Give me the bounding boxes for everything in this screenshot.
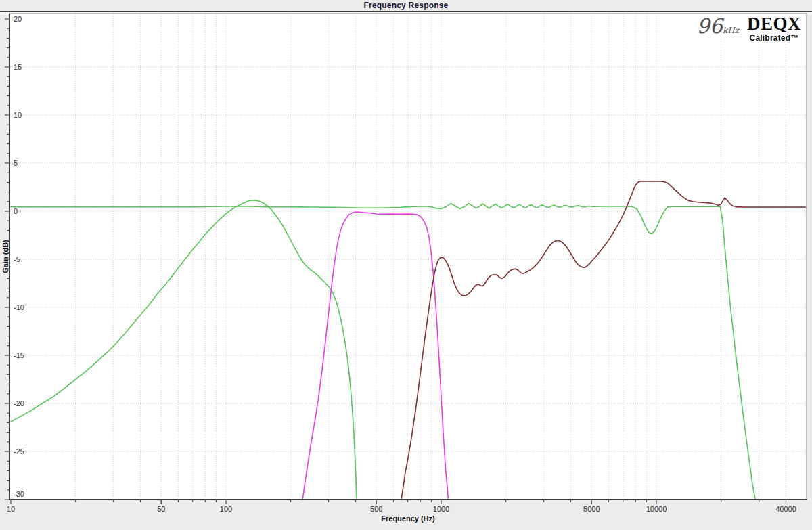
sample-rate-badge: 96kHz [682,15,739,41]
y-tick-label: 10 [14,111,22,119]
x-axis-title: Frequency (Hz) [0,514,812,523]
y-tick-label: -10 [14,303,24,311]
y-tick-label: 0 [14,207,18,215]
frequency-response-window: Frequency Response 20151050-5-10-15-20-2… [0,0,812,530]
y-tick-label: -25 [14,447,24,456]
deqx-calibrated-label: Calibrated™ [743,34,805,42]
y-tick-label: -30 [14,490,24,498]
y-tick-label: 15 [14,63,22,71]
x-tick-label: 10000 [646,505,667,513]
chart-canvas [0,0,812,530]
y-tick-label: 5 [14,159,18,167]
sample-rate-unit: kHz [723,26,739,35]
x-tick-label: 40000 [775,505,796,513]
curve-green-system-flat [11,204,755,500]
curve-magenta-mid-bandpass [302,212,448,500]
x-tick-label: 5000 [583,505,600,513]
x-tick-label: 100 [220,505,232,513]
y-tick-label: -15 [14,351,24,359]
sample-rate-value: 96 [697,14,723,38]
y-tick-label: -5 [14,255,20,263]
y-tick-label: -20 [14,399,24,407]
x-tick-label: 1000 [433,505,449,513]
x-tick-label: 50 [157,505,165,513]
y-axis-title: Gain (dB) [1,233,9,280]
curve-green-low-bandpass [11,200,357,500]
deqx-logo: DEQX Calibrated™ [743,15,805,42]
x-tick-label: 500 [370,505,382,513]
y-tick-label: 20 [14,15,22,23]
x-tick-label: 10 [7,505,15,513]
deqx-brand-name: DEQX [743,15,805,33]
